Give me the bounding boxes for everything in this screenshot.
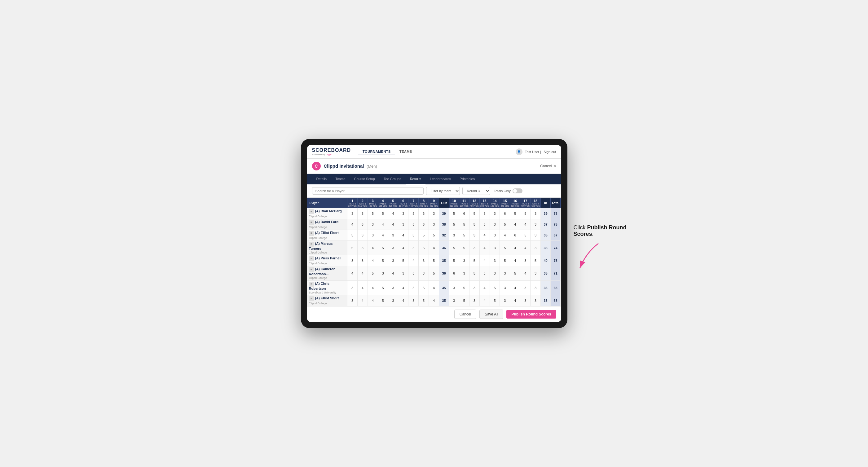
score-hole-16[interactable]: 4 bbox=[510, 219, 520, 230]
score-hole-17[interactable]: 3 bbox=[520, 295, 530, 306]
score-hole-18[interactable]: 3 bbox=[530, 241, 541, 255]
score-hole-8[interactable]: 5 bbox=[418, 230, 429, 241]
score-hole-9[interactable]: 4 bbox=[429, 241, 439, 255]
score-hole-13[interactable]: 4 bbox=[479, 241, 490, 255]
score-hole-1[interactable]: 3 bbox=[347, 281, 358, 295]
score-hole-6[interactable]: 4 bbox=[398, 241, 408, 255]
score-hole-1[interactable]: 4 bbox=[347, 266, 358, 281]
score-hole-7[interactable]: 3 bbox=[408, 281, 418, 295]
score-hole-8[interactable]: 3 bbox=[418, 255, 429, 266]
score-hole-10[interactable]: 5 bbox=[449, 208, 459, 219]
score-hole-1[interactable]: 4 bbox=[347, 219, 358, 230]
totals-only-toggle[interactable] bbox=[513, 188, 523, 193]
score-hole-14[interactable]: 3 bbox=[490, 230, 500, 241]
nav-tournaments[interactable]: TOURNAMENTS bbox=[358, 149, 395, 155]
score-hole-17[interactable]: 4 bbox=[520, 266, 530, 281]
score-hole-11[interactable]: 5 bbox=[459, 241, 469, 255]
score-hole-17[interactable]: 4 bbox=[520, 241, 530, 255]
score-hole-2[interactable]: 6 bbox=[357, 219, 368, 230]
score-hole-18[interactable]: 3 bbox=[530, 281, 541, 295]
score-hole-6[interactable]: 5 bbox=[398, 255, 408, 266]
score-hole-10[interactable]: 6 bbox=[449, 266, 459, 281]
score-hole-3[interactable]: 4 bbox=[368, 255, 378, 266]
score-hole-8[interactable]: 6 bbox=[418, 208, 429, 219]
score-hole-14[interactable]: 3 bbox=[490, 255, 500, 266]
tab-results[interactable]: Results bbox=[406, 174, 426, 184]
score-hole-4[interactable]: 4 bbox=[378, 219, 388, 230]
score-hole-15[interactable]: 3 bbox=[500, 295, 510, 306]
score-hole-1[interactable]: 3 bbox=[347, 295, 358, 306]
score-hole-3[interactable]: 4 bbox=[368, 281, 378, 295]
score-hole-13[interactable]: 4 bbox=[479, 295, 490, 306]
score-hole-8[interactable]: 5 bbox=[418, 241, 429, 255]
score-hole-4[interactable]: 5 bbox=[378, 255, 388, 266]
tab-details[interactable]: Details bbox=[312, 174, 331, 184]
score-hole-12[interactable]: 3 bbox=[469, 281, 479, 295]
score-hole-12[interactable]: 3 bbox=[469, 241, 479, 255]
score-hole-5[interactable]: 3 bbox=[388, 281, 398, 295]
score-hole-8[interactable]: 6 bbox=[418, 219, 429, 230]
score-hole-9[interactable]: 4 bbox=[429, 295, 439, 306]
score-hole-5[interactable]: 4 bbox=[388, 266, 398, 281]
score-hole-10[interactable]: 5 bbox=[449, 241, 459, 255]
score-hole-18[interactable]: 3 bbox=[530, 208, 541, 219]
score-hole-8[interactable]: 3 bbox=[418, 266, 429, 281]
score-hole-15[interactable]: 3 bbox=[500, 281, 510, 295]
score-hole-4[interactable]: 5 bbox=[378, 241, 388, 255]
search-input[interactable] bbox=[312, 187, 424, 195]
score-hole-4[interactable]: 5 bbox=[378, 208, 388, 219]
score-hole-2[interactable]: 4 bbox=[357, 266, 368, 281]
score-hole-2[interactable]: 3 bbox=[357, 208, 368, 219]
score-hole-7[interactable]: 5 bbox=[408, 266, 418, 281]
score-hole-14[interactable]: 3 bbox=[490, 241, 500, 255]
score-hole-11[interactable]: 3 bbox=[459, 266, 469, 281]
score-hole-7[interactable]: 3 bbox=[408, 295, 418, 306]
score-hole-17[interactable]: 5 bbox=[520, 208, 530, 219]
score-hole-6[interactable]: 3 bbox=[398, 219, 408, 230]
tab-printables[interactable]: Printables bbox=[455, 174, 479, 184]
sign-out-link[interactable]: Sign out bbox=[544, 150, 556, 154]
score-hole-9[interactable]: 3 bbox=[429, 208, 439, 219]
score-hole-13[interactable]: 3 bbox=[479, 266, 490, 281]
score-hole-17[interactable]: 3 bbox=[520, 281, 530, 295]
score-hole-2[interactable]: 3 bbox=[357, 241, 368, 255]
score-hole-6[interactable]: 4 bbox=[398, 295, 408, 306]
score-hole-17[interactable]: 3 bbox=[520, 255, 530, 266]
score-hole-18[interactable]: 3 bbox=[530, 266, 541, 281]
score-hole-9[interactable]: 5 bbox=[429, 230, 439, 241]
cancel-button[interactable]: Cancel bbox=[454, 310, 476, 319]
score-hole-4[interactable]: 5 bbox=[378, 281, 388, 295]
score-hole-10[interactable]: 3 bbox=[449, 230, 459, 241]
score-hole-11[interactable]: 3 bbox=[459, 255, 469, 266]
score-hole-15[interactable]: 4 bbox=[500, 230, 510, 241]
score-hole-10[interactable]: 3 bbox=[449, 295, 459, 306]
score-hole-12[interactable]: 5 bbox=[469, 255, 479, 266]
score-hole-3[interactable]: 3 bbox=[368, 219, 378, 230]
score-hole-2[interactable]: 4 bbox=[357, 295, 368, 306]
score-hole-6[interactable]: 4 bbox=[398, 230, 408, 241]
score-hole-15[interactable]: 3 bbox=[500, 266, 510, 281]
score-hole-8[interactable]: 5 bbox=[418, 281, 429, 295]
score-hole-11[interactable]: 6 bbox=[459, 208, 469, 219]
score-hole-9[interactable]: 5 bbox=[429, 255, 439, 266]
score-hole-14[interactable]: 5 bbox=[490, 281, 500, 295]
score-hole-11[interactable]: 5 bbox=[459, 281, 469, 295]
score-hole-12[interactable]: 3 bbox=[469, 295, 479, 306]
score-hole-3[interactable]: 4 bbox=[368, 295, 378, 306]
score-hole-13[interactable]: 3 bbox=[479, 208, 490, 219]
score-hole-5[interactable]: 3 bbox=[388, 295, 398, 306]
score-hole-2[interactable]: 3 bbox=[357, 230, 368, 241]
score-hole-1[interactable]: 5 bbox=[347, 230, 358, 241]
score-hole-7[interactable]: 5 bbox=[408, 219, 418, 230]
score-hole-18[interactable]: 3 bbox=[530, 295, 541, 306]
score-hole-3[interactable]: 5 bbox=[368, 266, 378, 281]
publish-round-scores-button[interactable]: Publish Round Scores bbox=[506, 310, 556, 318]
score-hole-14[interactable]: 5 bbox=[490, 295, 500, 306]
score-hole-6[interactable]: 3 bbox=[398, 208, 408, 219]
score-hole-18[interactable]: 3 bbox=[530, 219, 541, 230]
score-hole-3[interactable]: 3 bbox=[368, 230, 378, 241]
score-hole-2[interactable]: 4 bbox=[357, 281, 368, 295]
save-all-button[interactable]: Save All bbox=[479, 310, 503, 319]
score-hole-16[interactable]: 5 bbox=[510, 208, 520, 219]
round-select[interactable]: Round 3 Round 1 Round 2 bbox=[462, 187, 490, 195]
